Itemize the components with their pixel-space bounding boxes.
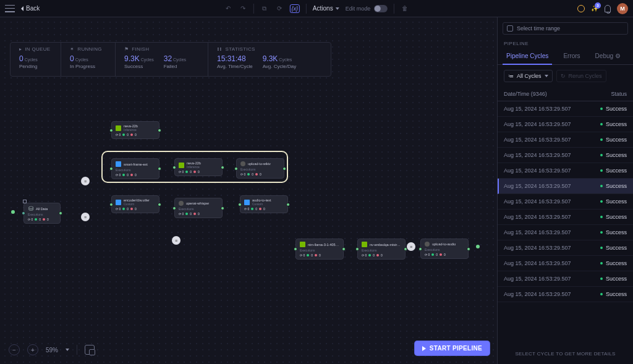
actions-label: Actions [313, 5, 333, 12]
node-whisper[interactable]: openai-whisper Executions ⟳ 000 [174, 198, 223, 218]
output-port[interactable] [476, 245, 480, 248]
cycle-row[interactable]: Aug 15, 2024 16:53:29.507 Success [498, 163, 633, 179]
top-center-toolbar: ↶ ↷ ⧉ ⟳ {x} Actions Edit mode 🗑 [224, 4, 409, 14]
top-right: ✨ 3 M [577, 3, 628, 14]
edit-mode-label: Edit mode [346, 6, 371, 12]
hub-icon[interactable]: ≡ [81, 177, 90, 185]
filter-label: All Cycles [517, 73, 542, 79]
node-upload-wikiv[interactable]: upload-to-wikiv Executions ⟳ 000 [236, 158, 284, 179]
custom-icon [244, 200, 250, 205]
hub-icon[interactable]: ≡ [81, 213, 90, 221]
col-status[interactable]: Status [611, 91, 627, 97]
sidebar-footer-hint: SELECT CYCLE TO GET MORE DETAILS [498, 344, 633, 364]
avatar[interactable]: M [617, 3, 628, 14]
cycle-row[interactable]: Aug 15, 2024 16:53:29.507 Success [498, 271, 633, 287]
announce-icon[interactable]: ✨ 3 [591, 5, 598, 12]
notif-badge: 3 [595, 2, 601, 9]
bell-icon[interactable] [605, 5, 611, 12]
avg-day: 9.3K [263, 54, 278, 63]
play-icon [422, 346, 426, 351]
hub-icon[interactable]: ≡ [172, 236, 181, 245]
cycle-row[interactable]: Aug 15, 2024 16:53:29.507 Success [498, 194, 633, 210]
cycle-dt: Aug 15, 2024 16:53:29.507 [504, 106, 600, 112]
status-badge: Success [600, 245, 627, 251]
rerun-icon: ↻ [561, 73, 566, 79]
edit-mode-toggle[interactable]: Edit mode [346, 5, 388, 12]
toggle-icon[interactable] [374, 5, 388, 12]
undo-icon[interactable]: ↶ [224, 4, 232, 13]
nvidia-icon [116, 125, 121, 131]
node-encoder[interactable]: encoder/clw.utferCustom ⟳ 000 [111, 195, 159, 213]
cycle-dt: Aug 15, 2024 16:53:29.507 [504, 214, 600, 220]
separator [394, 4, 394, 14]
cycle-dt: Aug 15, 2024 16:53:29.507 [504, 198, 600, 205]
cycles-list[interactable]: Aug 15, 2024 16:53:29.507 SuccessAug 15,… [498, 101, 633, 344]
cycle-row[interactable]: Aug 15, 2024 16:53:29.507 Success [498, 240, 633, 256]
stats-panel: ▸ IN QUEUE 0Cycles Pending ✶RUNNING 0Cyc… [10, 42, 331, 77]
zoom-toolbar: − + 59% [9, 344, 95, 355]
node-embedqa[interactable]: nv-embedqa-mistral-7bv2 Executions ⟳ 000 [357, 239, 406, 260]
back-label: Back [26, 5, 40, 12]
minimap-icon[interactable] [85, 345, 95, 355]
zoom-value: 59% [46, 347, 58, 353]
cycle-dt: Aug 15, 2024 16:53:29.507 [504, 137, 600, 143]
zoom-out-icon[interactable]: − [9, 344, 20, 355]
status-badge: Success [600, 121, 627, 127]
refresh-icon[interactable]: ⟳ [275, 4, 284, 13]
back-button[interactable]: Back [21, 5, 40, 12]
cycle-row[interactable]: Aug 15, 2024 16:53:29.507 Success [498, 287, 633, 302]
hub-icon[interactable]: ≡ [407, 242, 415, 251]
zoom-in-icon[interactable]: + [27, 344, 38, 355]
node-neva-22b-2[interactable]: neva-22bInference ⟳ 000 [174, 158, 223, 176]
cycle-dt: Aug 15, 2024 16:53:29.507 [504, 260, 600, 266]
tab-pipeline-cycles[interactable]: Pipeline Cycles [500, 48, 554, 64]
status-badge: Success [600, 198, 627, 205]
cycle-dt: Aug 15, 2024 16:53:29.507 [504, 291, 600, 297]
node-smart-frame[interactable]: smart-frame-ext Executions ⟳ 000 [111, 158, 159, 179]
cycle-row[interactable]: Aug 15, 2024 16:53:29.507 Success [498, 101, 633, 117]
start-pipeline-button[interactable]: START PIPELINE [415, 341, 490, 355]
time-range-selector[interactable]: Select time range [503, 22, 628, 35]
cycles-filter[interactable]: ≔ All Cycles [504, 70, 553, 82]
chevron-down-icon [336, 7, 339, 10]
separator [77, 345, 77, 355]
theme-icon[interactable] [577, 5, 585, 12]
stat-head-queue: ▸ IN QUEUE [19, 46, 52, 52]
trash-icon[interactable]: 🗑 [401, 4, 409, 13]
failed-value: 32 [164, 54, 172, 63]
flag-icon: ⚑ [124, 46, 129, 52]
canvas[interactable]: ▸ IN QUEUE 0Cycles Pending ✶RUNNING 0Cyc… [0, 17, 497, 364]
col-datetime[interactable]: Date/Time (9346) [504, 91, 611, 97]
queue-caption: Pending [19, 64, 52, 69]
link-icon[interactable]: ⧉ [260, 4, 269, 13]
node-all-data[interactable]: ⛁ All Data Executions ⟳ 000 [23, 203, 61, 224]
hamburger-icon[interactable] [5, 5, 15, 12]
separator [253, 4, 254, 14]
cycles-table-head: Date/Time (9346) Status [498, 87, 633, 101]
play-icon: ▸ [19, 46, 22, 52]
tab-errors[interactable]: Errors [557, 48, 586, 64]
input-port[interactable] [11, 210, 15, 214]
node-audio-to-text[interactable]: audio-to-textCustom ⟳ 000 [240, 195, 288, 213]
sidebar: Select time range PIPELINE Pipeline Cycl… [497, 17, 633, 364]
node-llama[interactable]: nim-llama-3-1-405b-instruct Executions ⟳… [295, 239, 344, 260]
nvidia-icon [362, 242, 367, 247]
custom-icon [240, 161, 245, 166]
node-upload-audio[interactable]: upload-to-audio Executions ⟳ 000 [420, 239, 469, 259]
tab-debug[interactable]: Debug ⚙ [589, 48, 627, 64]
status-badge: Success [600, 137, 627, 143]
node-neva-22b-1[interactable]: neva-22bInference ⟳ 000 [111, 121, 159, 139]
cycle-row[interactable]: Aug 15, 2024 16:53:29.507 Success [498, 256, 633, 271]
zoom-dropdown-icon[interactable] [66, 349, 69, 351]
cycle-row[interactable]: Aug 15, 2024 16:53:29.507 Success [498, 148, 633, 163]
cycle-row[interactable]: Aug 15, 2024 16:53:29.507 Success [498, 132, 633, 148]
actions-dropdown[interactable]: Actions [313, 5, 339, 12]
rerun-cycles-button[interactable]: ↻ Rerun Cycles [556, 70, 606, 82]
cycle-row[interactable]: Aug 15, 2024 16:53:29.507 Success [498, 225, 633, 240]
cycle-row[interactable]: Aug 15, 2024 16:53:29.507 Success [498, 117, 633, 132]
redo-icon[interactable]: ↷ [239, 4, 247, 13]
cycle-row[interactable]: Aug 15, 2024 16:53:29.507 Success [498, 210, 633, 225]
variables-icon[interactable]: {x} [290, 4, 300, 13]
cycle-row[interactable]: Aug 15, 2024 16:53:29.507 Success [498, 179, 633, 194]
start-pipeline-label: START PIPELINE [430, 345, 482, 352]
